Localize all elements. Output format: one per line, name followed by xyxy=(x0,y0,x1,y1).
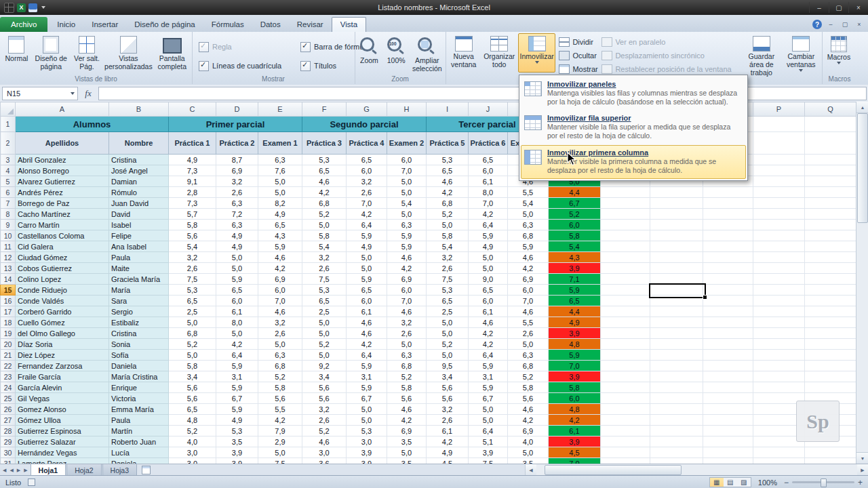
grid-cell[interactable]: Gutierrez Salazar xyxy=(16,436,109,447)
row-header-28[interactable]: 28 xyxy=(1,426,16,436)
grid-cell[interactable]: 5,0 xyxy=(387,209,427,220)
grid-cell[interactable] xyxy=(753,350,805,361)
grid-cell[interactable]: 3,2 xyxy=(302,404,347,415)
grid-cell[interactable]: 6,8 xyxy=(508,361,549,371)
restore-button[interactable]: ▢ xyxy=(829,2,848,13)
grid-cell[interactable] xyxy=(650,317,703,328)
app-icon[interactable] xyxy=(4,3,14,13)
grid-cell[interactable]: 5,0 xyxy=(302,328,347,339)
grid-cell[interactable]: 5,6 xyxy=(169,393,216,404)
grid-cell[interactable]: 4,6 xyxy=(387,404,427,415)
grid-cell[interactable] xyxy=(601,436,650,447)
column-header-I[interactable]: I xyxy=(427,102,469,117)
grid-cell[interactable] xyxy=(805,296,856,306)
grid-cell[interactable]: 2,6 xyxy=(169,263,216,274)
grid-cell[interactable]: 2,6 xyxy=(427,415,469,426)
grid-cell[interactable] xyxy=(753,371,805,382)
grid-cell[interactable]: Fernandez Zarzosa xyxy=(16,361,109,371)
grid-cell[interactable] xyxy=(650,371,703,382)
save-workspace-button[interactable]: Guardar área de trabajo xyxy=(742,33,781,73)
row-header-12[interactable]: 12 xyxy=(1,252,16,263)
grid-cell[interactable] xyxy=(703,361,753,371)
grid-cell[interactable]: 8,0 xyxy=(216,317,258,328)
selected-cell-outline[interactable] xyxy=(649,283,706,298)
grid-cell[interactable] xyxy=(601,382,650,393)
column-header-A[interactable]: A xyxy=(16,102,109,117)
grid-cell[interactable] xyxy=(805,187,856,198)
grid-cell[interactable] xyxy=(601,371,650,382)
merged-header[interactable]: Segundo parcial xyxy=(302,117,427,132)
grid-cell[interactable] xyxy=(805,328,856,339)
grid-cell[interactable]: 4,9 xyxy=(216,230,258,241)
grid-cell[interactable]: Ciudad Gómez xyxy=(16,252,109,263)
unhide-button[interactable]: Mostrar xyxy=(556,63,598,75)
grid-cell[interactable] xyxy=(703,404,753,415)
grid-cell[interactable]: 9,5 xyxy=(427,361,469,371)
row-header-27[interactable]: 27 xyxy=(1,415,16,426)
sub-header[interactable]: Examen 1 xyxy=(258,132,302,155)
grid-cell[interactable]: 3,2 xyxy=(427,404,469,415)
grid-cell[interactable]: 7,3 xyxy=(169,165,216,176)
grid-cell[interactable] xyxy=(703,415,753,426)
column-header-H[interactable]: H xyxy=(387,102,427,117)
grid-cell[interactable] xyxy=(703,220,753,230)
grid-cell[interactable]: 6,5 xyxy=(302,165,347,176)
grid-cell[interactable]: 7,1 xyxy=(549,274,601,285)
grid-cell[interactable] xyxy=(753,117,805,132)
grid-cell[interactable]: 6,9 xyxy=(387,426,427,436)
grid-cell[interactable]: 4,8 xyxy=(549,339,601,350)
grid-cell[interactable]: 5,0 xyxy=(347,252,387,263)
grid-cell[interactable]: Ana Isabel xyxy=(109,241,169,252)
grid-cell[interactable]: 6,0 xyxy=(549,220,601,230)
grid-cell[interactable] xyxy=(805,382,856,393)
grid-cell[interactable]: 5,2 xyxy=(549,209,601,220)
grid-cell[interactable]: 4,9 xyxy=(258,209,302,220)
grid-cell[interactable] xyxy=(650,230,703,241)
grid-cell[interactable] xyxy=(650,220,703,230)
grid-cell[interactable] xyxy=(650,426,703,436)
grid-cell[interactable]: 6,3 xyxy=(508,220,549,230)
grid-cell[interactable]: 4,2 xyxy=(469,339,508,350)
grid-cell[interactable]: 4,5 xyxy=(427,458,469,464)
grid-cell[interactable] xyxy=(753,274,805,285)
grid-cell[interactable]: 5,3 xyxy=(216,426,258,436)
grid-cell[interactable]: 6,0 xyxy=(469,165,508,176)
column-header-G[interactable]: G xyxy=(347,102,387,117)
grid-cell[interactable]: Roberto Juan xyxy=(109,436,169,447)
grid-cell[interactable]: Cuello Gómez xyxy=(16,317,109,328)
grid-cell[interactable] xyxy=(601,361,650,371)
sheet-tab-hoja2[interactable]: Hoja2 xyxy=(66,464,101,476)
grid-cell[interactable]: 6,0 xyxy=(469,296,508,306)
grid-cell[interactable]: 8,0 xyxy=(469,187,508,198)
grid-cell[interactable]: 3,4 xyxy=(302,371,347,382)
grid-cell[interactable]: 5,4 xyxy=(508,198,549,209)
grid-cell[interactable] xyxy=(601,252,650,263)
grid-cell[interactable]: 4,6 xyxy=(258,306,302,317)
workbook-close-icon[interactable]: × xyxy=(854,21,865,28)
full-screen-button[interactable]: Pantalla completa xyxy=(153,33,191,73)
grid-cell[interactable] xyxy=(753,458,805,464)
grid-cell[interactable]: 2,6 xyxy=(387,328,427,339)
grid-cell[interactable]: 6,5 xyxy=(347,155,387,165)
grid-cell[interactable]: 4,2 xyxy=(302,187,347,198)
grid-cell[interactable] xyxy=(805,350,856,361)
vertical-scrollbar[interactable]: ▲ ▼ xyxy=(856,102,868,464)
grid-cell[interactable]: 5,2 xyxy=(169,339,216,350)
column-header-Q[interactable]: Q xyxy=(805,102,856,117)
grid-cell[interactable]: 7,0 xyxy=(387,165,427,176)
workbook-minimize-icon[interactable]: – xyxy=(825,21,836,28)
grid-cell[interactable]: 6,5 xyxy=(427,165,469,176)
menu-item-freeze-first-column[interactable]: Inmovilizar primera columnaMantener visi… xyxy=(521,145,746,179)
merged-header[interactable]: Primer parcial xyxy=(169,117,302,132)
grid-cell[interactable] xyxy=(601,198,650,209)
grid-cell[interactable]: Isabel xyxy=(109,220,169,230)
horizontal-scrollbar-thumb[interactable] xyxy=(545,465,682,475)
grid-cell[interactable]: 5,0 xyxy=(508,339,549,350)
next-sheet-icon[interactable]: ▶ xyxy=(17,468,20,473)
grid-cell[interactable] xyxy=(703,274,753,285)
grid-cell[interactable]: 3,0 xyxy=(347,436,387,447)
grid-cell[interactable]: 5,0 xyxy=(469,263,508,274)
grid-cell[interactable]: 2,6 xyxy=(427,263,469,274)
grid-cell[interactable]: 7,5 xyxy=(469,458,508,464)
grid-cell[interactable]: 4,6 xyxy=(302,436,347,447)
